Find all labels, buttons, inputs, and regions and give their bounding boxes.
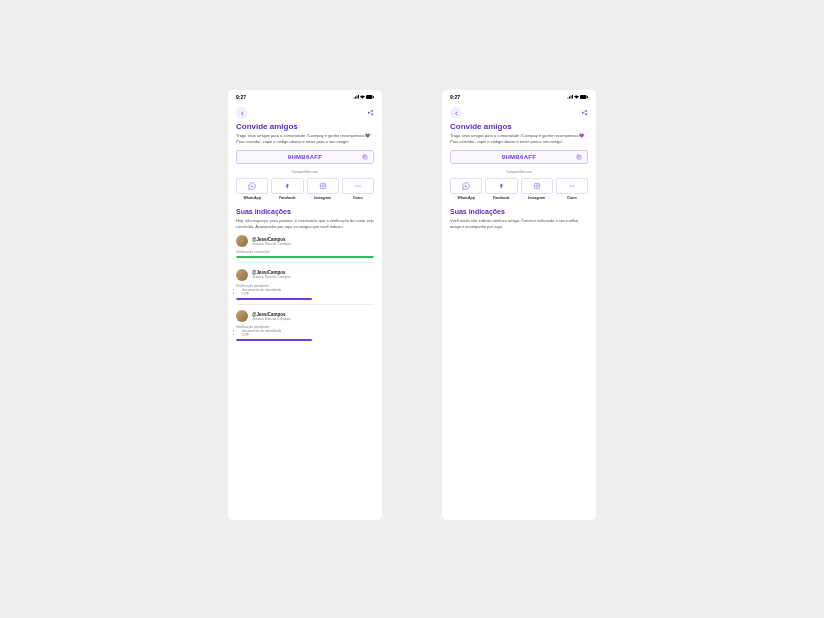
avatar (236, 269, 248, 281)
status-indicators (567, 95, 588, 99)
avatar (236, 235, 248, 247)
svg-point-17 (585, 113, 587, 115)
svg-point-15 (582, 112, 584, 114)
svg-point-2 (368, 112, 370, 114)
share-icon (367, 109, 374, 116)
svg-point-8 (321, 185, 323, 187)
svg-rect-6 (364, 156, 367, 159)
share-other[interactable]: Outro (342, 178, 374, 200)
referral-item: @JessiCampos Jessica Dias de Campos Veri… (236, 310, 374, 341)
referral-item: @JessiCampos Jessica Dias de Campos Veri… (236, 269, 374, 305)
arrow-left-icon (454, 111, 459, 116)
status-bar: 9:27 (228, 90, 382, 104)
avatar (236, 310, 248, 322)
share-facebook[interactable]: Facebook (485, 178, 517, 200)
svg-point-10 (355, 186, 356, 187)
referral-code-box[interactable]: 9HMB6AFF (236, 150, 374, 164)
phone-screen-empty: 9:27 Convide amigos Traga seus amigos pa… (442, 90, 596, 520)
facebook-icon (283, 182, 291, 190)
svg-point-3 (371, 110, 373, 112)
referral-fullname: Jessica Dias de Campos (252, 317, 291, 321)
share-whatsapp[interactable]: WhatsApp (236, 178, 268, 200)
status-indicators (353, 95, 374, 99)
referrals-title: Suas indicações (236, 208, 374, 215)
svg-rect-0 (366, 95, 373, 99)
instagram-icon (319, 182, 327, 190)
whatsapp-icon (248, 182, 256, 190)
page-desc: Traga seus amigos para a comunidade #Lov… (236, 133, 374, 144)
share-instagram[interactable]: Instagram (307, 178, 339, 200)
more-icon (354, 182, 362, 190)
arrow-left-icon (240, 111, 245, 116)
svg-point-11 (357, 186, 358, 187)
instagram-icon (533, 182, 541, 190)
progress-bar (236, 298, 374, 300)
share-row: WhatsApp Facebook Instagram Outro (236, 178, 374, 200)
svg-rect-14 (587, 96, 588, 98)
referral-status: Verificação pendente: documento de ident… (236, 284, 374, 296)
share-other[interactable]: Outro (556, 178, 588, 200)
referral-status: Verificação concluída! (236, 250, 374, 254)
status-time: 9:27 (236, 94, 246, 100)
share-label: Compartilhe com (450, 170, 588, 174)
referrals-desc-empty: Você ainda não indicou nenhum amigo. Com… (450, 218, 588, 229)
referral-status: Verificação pendente: documento de ident… (236, 325, 374, 337)
svg-point-24 (571, 186, 572, 187)
more-icon (568, 182, 576, 190)
svg-point-23 (569, 186, 570, 187)
page-title: Convide amigos (236, 122, 374, 131)
svg-point-21 (535, 185, 537, 187)
referral-item: @JessiCampos Jessica Dias de Campos Veri… (236, 235, 374, 263)
share-label: Compartilhe com (236, 170, 374, 174)
progress-bar (236, 339, 374, 341)
svg-point-22 (538, 184, 539, 185)
page-desc: Traga seus amigos para a comunidade #Lov… (450, 133, 588, 144)
nav-bar (442, 104, 596, 122)
copy-icon[interactable] (576, 154, 582, 161)
status-bar: 9:27 (442, 90, 596, 104)
share-button[interactable] (581, 109, 588, 117)
referral-code-box[interactable]: 9HMB6AFF (450, 150, 588, 164)
whatsapp-icon (462, 182, 470, 190)
share-button[interactable] (367, 109, 374, 117)
svg-point-16 (585, 110, 587, 112)
referral-code: 9HMB6AFF (288, 154, 322, 160)
referral-fullname: Jessica Dias de Campos (252, 242, 291, 246)
share-instagram[interactable]: Instagram (521, 178, 553, 200)
svg-rect-19 (578, 156, 581, 159)
facebook-icon (497, 182, 505, 190)
progress-bar (236, 256, 374, 258)
referral-code: 9HMB6AFF (502, 154, 536, 160)
copy-icon[interactable] (362, 154, 368, 161)
svg-point-4 (371, 113, 373, 115)
share-icon (581, 109, 588, 116)
share-row: WhatsApp Facebook Instagram Outro (450, 178, 588, 200)
page-title: Convide amigos (450, 122, 588, 131)
svg-point-9 (324, 184, 325, 185)
svg-rect-13 (580, 95, 587, 99)
nav-bar (228, 104, 382, 122)
svg-point-12 (359, 186, 360, 187)
svg-rect-1 (373, 96, 374, 98)
phone-screen-filled: 9:27 Convide amigos Traga seus amigos pa… (228, 90, 382, 520)
svg-point-25 (573, 186, 574, 187)
back-button[interactable] (236, 107, 248, 119)
referrals-desc: Hey, não esqueça: para pontuar, é necess… (236, 218, 374, 229)
referrals-title: Suas indicações (450, 208, 588, 215)
status-time: 9:27 (450, 94, 460, 100)
back-button[interactable] (450, 107, 462, 119)
share-whatsapp[interactable]: WhatsApp (450, 178, 482, 200)
referral-fullname: Jessica Dias de Campos (252, 275, 291, 279)
share-facebook[interactable]: Facebook (271, 178, 303, 200)
